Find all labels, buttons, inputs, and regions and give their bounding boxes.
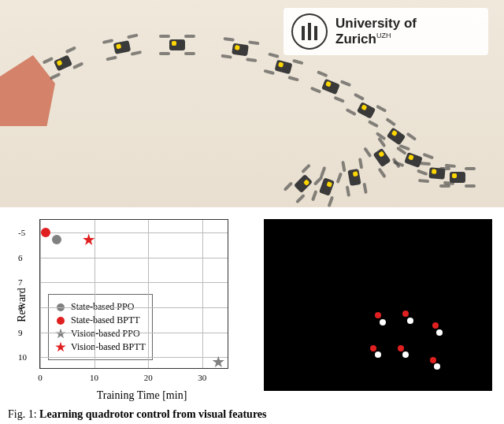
- feature-point-icon: [436, 329, 443, 336]
- legend-entry: State-based BPTT: [55, 314, 146, 326]
- grid-line: [40, 232, 228, 233]
- drone-icon: [261, 50, 306, 84]
- x-tick: 10: [90, 373, 98, 382]
- star-marker-icon: [212, 356, 224, 369]
- legend-label: State-based BPTT: [71, 314, 140, 326]
- y-tick: -5: [18, 228, 25, 237]
- legend: State-based PPOState-based BPTTVision-ba…: [48, 294, 153, 360]
- y-tick: 6: [18, 253, 23, 262]
- feature-point-icon: [407, 318, 413, 324]
- svg-rect-0: [302, 26, 305, 40]
- university-line1: University of: [335, 16, 417, 32]
- y-tick: 9: [18, 328, 23, 337]
- grid-line: [40, 282, 228, 283]
- feature-point-icon: [434, 363, 440, 370]
- star-marker-icon: [83, 233, 95, 246]
- feature-point-icon: [370, 345, 376, 351]
- feature-point-icon: [375, 312, 381, 318]
- svg-rect-1: [308, 23, 311, 40]
- star-marker-icon: [55, 342, 66, 353]
- grid-line: [202, 220, 203, 368]
- legend-marker-icon: [55, 315, 66, 326]
- circle-marker-icon: [41, 228, 50, 237]
- photo-panel: University of ZurichUZH: [0, 0, 504, 207]
- legend-label: Vision-based PPO: [71, 328, 140, 340]
- grid-line: [40, 307, 228, 308]
- grid-line: [40, 333, 228, 333]
- legend-marker-icon: [55, 329, 66, 340]
- legend-entry: Vision-based PPO: [55, 328, 146, 340]
- x-tick: 30: [198, 373, 206, 382]
- feature-point-icon: [380, 319, 386, 325]
- grid-line: [148, 220, 149, 368]
- legend-label: Vision-based BPTT: [71, 341, 146, 353]
- feature-point-icon: [402, 311, 409, 317]
- feature-point-icon: [402, 351, 409, 358]
- figure: University of ZurichUZH Reward State-bas…: [0, 0, 504, 424]
- y-tick: 7: [18, 277, 23, 287]
- drone-icon: [158, 33, 197, 57]
- bottom-row: Reward State-based PPOState-based BPTTVi…: [0, 207, 504, 403]
- legend-marker-icon: [55, 342, 66, 353]
- y-tick: 8: [18, 303, 23, 312]
- drone-icon: [219, 35, 261, 65]
- drone-icon: [339, 156, 369, 199]
- caption-prefix: Fig. 1:: [8, 408, 39, 420]
- university-logo: University of ZurichUZH: [284, 8, 488, 55]
- drone-icon: [438, 166, 477, 189]
- plot-area: State-based PPOState-based BPTTVision-ba…: [39, 219, 228, 369]
- y-tick: 10: [18, 352, 27, 362]
- drone-icon: [100, 32, 143, 63]
- chart-panel: Reward State-based PPOState-based BPTTVi…: [0, 207, 252, 403]
- feature-panel: [252, 207, 504, 403]
- feature-point-icon: [398, 345, 404, 351]
- circle-marker-icon: [52, 235, 61, 244]
- feature-point-icon: [375, 351, 381, 358]
- circle-marker-icon: [57, 317, 65, 325]
- grid-line: [40, 258, 228, 258]
- grid-line: [40, 357, 228, 358]
- drone-icon: [308, 69, 354, 106]
- drone-icon: [40, 44, 86, 82]
- feature-point-icon: [430, 357, 436, 363]
- x-tick: 0: [38, 373, 43, 382]
- grid-line: [40, 220, 41, 368]
- university-line2: ZurichUZH: [335, 32, 417, 47]
- legend-entry: Vision-based BPTT: [55, 341, 146, 353]
- x-tick: 20: [144, 373, 153, 382]
- university-name: University of ZurichUZH: [335, 16, 417, 46]
- university-seal-icon: [291, 13, 328, 50]
- feature-point-icon: [432, 322, 439, 329]
- svg-rect-2: [314, 26, 317, 40]
- feature-frame: [264, 219, 492, 391]
- star-marker-icon: [55, 329, 66, 340]
- figure-caption: Fig. 1: Learning quadrotor control from …: [8, 408, 267, 421]
- x-axis-label: Training Time [min]: [47, 389, 236, 402]
- caption-text: Learning quadrotor control from visual f…: [39, 408, 266, 420]
